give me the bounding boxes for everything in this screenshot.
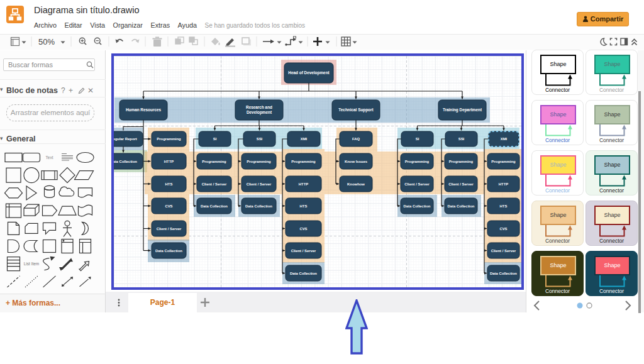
svg-text:HTS: HTS [165, 182, 173, 186]
svg-text:Client / Server: Client / Server [404, 182, 430, 186]
svg-text:Data Collection: Data Collection [155, 249, 182, 253]
svg-text:Know Issues: Know Issues [345, 160, 368, 163]
svg-text:List Item: List Item [24, 262, 40, 266]
svg-text:CVS: CVS [499, 227, 507, 231]
svg-text:Programming: Programming [291, 160, 316, 163]
svg-text:HTS: HTS [300, 204, 308, 208]
svg-text:Training Department: Training Department [443, 108, 482, 113]
svg-text:Text: Text [46, 155, 53, 160]
svg-text:Client / Server: Client / Server [291, 249, 316, 253]
svg-text:Data Collection: Data Collection [404, 204, 431, 208]
svg-text:XMI: XMI [501, 137, 508, 141]
svg-text:Data Collection: Data Collection [490, 272, 517, 275]
svg-text:Client / Server: Client / Server [247, 182, 272, 186]
svg-text:Client / Server: Client / Server [157, 227, 182, 231]
svg-text:Technical Support: Technical Support [338, 108, 374, 113]
svg-text:Data Collection: Data Collection [245, 204, 272, 208]
svg-text:Regular Report: Regular Report [110, 137, 137, 141]
svg-text:Head of Development: Head of Development [288, 70, 330, 75]
svg-text:SI: SI [416, 137, 419, 141]
svg-text:Research and: Research and [246, 105, 272, 109]
svg-text:Data Collection: Data Collection [290, 272, 317, 275]
svg-text:Programming: Programming [247, 160, 271, 163]
svg-text:CVS: CVS [299, 227, 307, 231]
svg-text:HTS: HTS [500, 204, 508, 208]
svg-text:SSI: SSI [458, 137, 465, 141]
svg-text:Data Collection: Data Collection [110, 160, 137, 163]
svg-text:Programming: Programming [202, 160, 226, 163]
svg-text:Data Collection: Data Collection [201, 204, 228, 208]
svg-text:Client / Server: Client / Server [491, 249, 516, 253]
svg-text:Knowhow: Knowhow [347, 182, 365, 186]
svg-text:SSI: SSI [257, 137, 263, 141]
svg-text:CVS: CVS [165, 204, 172, 208]
svg-text:50%: 50% [38, 37, 55, 47]
svg-text:Programming: Programming [449, 160, 474, 163]
svg-text:HTTP: HTTP [164, 160, 174, 163]
svg-text:Data Collection: Data Collection [448, 204, 475, 208]
svg-text:HTTP: HTTP [499, 182, 508, 186]
svg-text:SI: SI [213, 137, 217, 141]
svg-text:Client / Server: Client / Server [202, 182, 227, 186]
svg-text:HTTP: HTTP [299, 182, 308, 186]
svg-text:Programming: Programming [405, 160, 430, 163]
svg-text:Development: Development [247, 110, 272, 115]
svg-text:Client / Server: Client / Server [448, 182, 474, 186]
svg-text:FAQ: FAQ [352, 137, 360, 141]
svg-text:XMI: XMI [301, 137, 308, 141]
svg-text:Human Resources: Human Resources [126, 108, 162, 112]
svg-text:Programming: Programming [157, 137, 181, 141]
svg-text:Programming: Programming [491, 160, 516, 163]
